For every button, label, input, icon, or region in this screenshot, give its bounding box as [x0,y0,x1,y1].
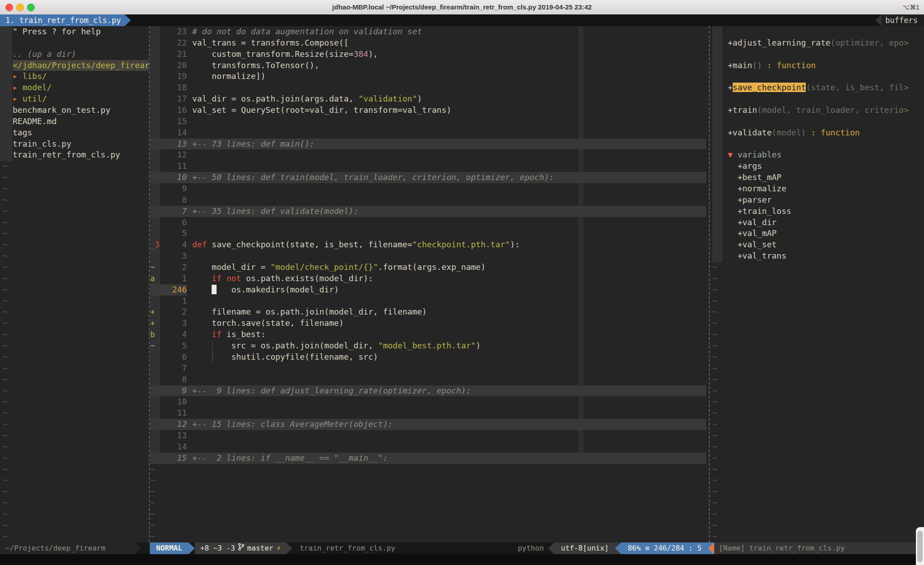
code-line[interactable]: 3 [150,250,710,262]
code-line[interactable]: 8 [150,374,710,385]
code-segment: # do not do data augmentation on validat… [192,27,422,36]
code-text [187,161,192,172]
code-line[interactable]: b4 if is_best: [150,329,710,340]
code-line[interactable]: 7 [150,363,710,374]
code-segment: tags [13,128,32,137]
code-line[interactable]: 1 [150,296,710,307]
code-line[interactable]: 10 [150,396,710,408]
tagbar-item[interactable]: +train(model, train_loader, criterio> [710,105,924,116]
empty-buffer-line: ~ [150,475,710,486]
code-line[interactable]: 8 [150,195,710,206]
code-segment: +validate [728,128,772,137]
code-line[interactable]: 5 [150,228,710,239]
nerdtree-item[interactable]: ▸ util/ [0,93,149,105]
buffers-label[interactable]: buffers [882,14,924,26]
code-line[interactable]: 14 [150,127,710,139]
tagbar-item[interactable] [710,71,924,82]
tagbar-item[interactable]: +adjust_learning_rate(optimizer, epo> [710,37,924,49]
empty-buffer-line: ~ [710,306,924,318]
tagbar-item[interactable]: +val_dir [710,217,924,228]
tagbar-item[interactable] [710,116,924,127]
code-line[interactable]: a1 if not os.path.exists(model_dir): [150,273,710,284]
gutter-sign [150,206,160,217]
nerdtree-root-item[interactable]: </jdhao/Projects/deep_firear> [0,60,149,71]
code-line[interactable]: 22val_trans = transforms.Compose([ [150,37,710,49]
code-text: model_dir = "model/check_point/{}".forma… [187,262,485,273]
code-line[interactable]: 19 normalize]) [150,71,710,82]
code-line[interactable]: 18 [150,82,710,93]
code-line[interactable]: 21 custom_transform.Resize(size=384), [150,49,710,60]
tagbar-item[interactable] [710,26,924,37]
tagbar-item[interactable]: +val_mAP [710,228,924,239]
tagbar-item[interactable] [710,49,924,60]
tagbar-item[interactable] [710,139,924,150]
code-line[interactable]: 11 [150,408,710,419]
folded-code-line[interactable]: 7+-- 35 lines: def validate(model): [150,206,710,217]
nerdtree-item[interactable]: .. (up a dir) [0,49,149,60]
tabline: 1. train_retr_from_cls.py buffers [0,14,924,26]
code-line[interactable]: +2 filename = os.path.join(model_dir, fi… [150,306,710,318]
tagbar-item[interactable]: +val_set [710,239,924,250]
folded-code-line[interactable]: 12+-- 15 lines: class AverageMeter(objec… [150,419,710,430]
command-line[interactable] [0,554,924,565]
tagbar-item[interactable]: +main() : function [710,60,924,71]
empty-buffer-line: ~ [0,296,149,307]
window-title: jdhao-MBP.local ~/Projects/deep_firearm/… [0,0,924,14]
code-line[interactable]: 9 [150,183,710,195]
git-branch-icon [238,542,244,554]
code-line[interactable]: +3 torch.save(state, filename) [150,318,710,329]
tagbar-item[interactable] [710,93,924,105]
tagbar-item[interactable]: ▼ variables [710,149,924,161]
code-segment: > [904,83,909,92]
code-segment: ) [476,341,481,350]
empty-buffer-line: ~ [0,509,149,520]
nerdtree-item[interactable]: tags [0,127,149,139]
gutter-sign [150,93,160,105]
code-line[interactable]: ~5 src = os.path.join(model_dir, "model_… [150,340,710,352]
code-line[interactable]: 11 [150,161,710,172]
code-line[interactable]: 16val_set = QuerySet(root=val_dir, trans… [150,105,710,116]
code-line[interactable]: 6 shutil.copyfile(filename, src) [150,352,710,363]
nerdtree-item[interactable]: ▸ libs/ [0,71,149,82]
code-line[interactable]: 20 transforms.ToTensor(), [150,60,710,71]
code-segment: +train_loss [728,206,791,216]
tagbar-item[interactable]: +val_trans [710,250,924,262]
code-line[interactable]: 6 [150,217,710,228]
code-line[interactable]: ~2 model_dir = "model/check_point/{}".fo… [150,262,710,273]
tagbar-item[interactable]: +args [710,161,924,172]
code-line[interactable]: 14 [150,441,710,453]
folded-code-line[interactable]: 15+-- 2 lines: if __name__ == "__main__"… [150,453,710,464]
nerdtree-item[interactable]: README.md [0,116,149,127]
code-segment: +-- 73 lines: def main(): [192,139,314,148]
tagbar-item[interactable]: +parser [710,195,924,206]
nerdtree-item[interactable]: ▸ model/ [0,82,149,93]
code-line[interactable]: 246 os.makedirs(model_dir) [150,284,710,296]
empty-buffer-line: ~ [0,172,149,183]
nerdtree-item[interactable] [0,37,149,49]
empty-buffer-line: ~ [0,161,149,172]
folded-code-line[interactable]: 13+-- 73 lines: def main(): [150,139,710,150]
code-line[interactable]: _34def save_checkpoint(state, is_best, f… [150,239,710,250]
code-line[interactable]: 23# do not do data augmentation on valid… [150,26,710,37]
line-number: 4 [160,329,187,340]
tagbar-item[interactable]: +best_mAP [710,172,924,183]
folded-code-line[interactable]: 9+-- 9 lines: def adjust_learning_rate(o… [150,385,710,397]
code-line[interactable]: 17val_dir = os.path.join(args.data, "val… [150,93,710,105]
gutter-sign [150,430,160,441]
filetype-indicator: python [517,542,548,554]
code-segment: README.md [13,116,57,126]
code-line[interactable]: 13 [150,430,710,441]
tagbar-item[interactable]: +validate(model) : function [710,127,924,139]
nerdtree-item[interactable]: benchmark_on_test.py [0,105,149,116]
folded-code-line[interactable]: 10+-- 50 lines: def train(model, train_l… [150,172,710,183]
tagbar-item[interactable]: +train_loss [710,206,924,217]
tab-train-retr-from-cls[interactable]: 1. train_retr_from_cls.py [0,14,125,26]
code-line[interactable]: 15 [150,116,710,127]
nerdtree-item[interactable]: train_cls.py [0,139,149,150]
nerdtree-item[interactable]: train_retr_from_cls.py [0,149,149,161]
nerdtree-item[interactable]: " Press ? for help [0,26,149,37]
tagbar-item[interactable]: +normalize [710,183,924,195]
code-segment: ▸ [13,83,23,92]
code-line[interactable]: 12 [150,149,710,161]
tagbar-item[interactable]: +save_checkpoint(state, is_best, fil> [710,82,924,93]
